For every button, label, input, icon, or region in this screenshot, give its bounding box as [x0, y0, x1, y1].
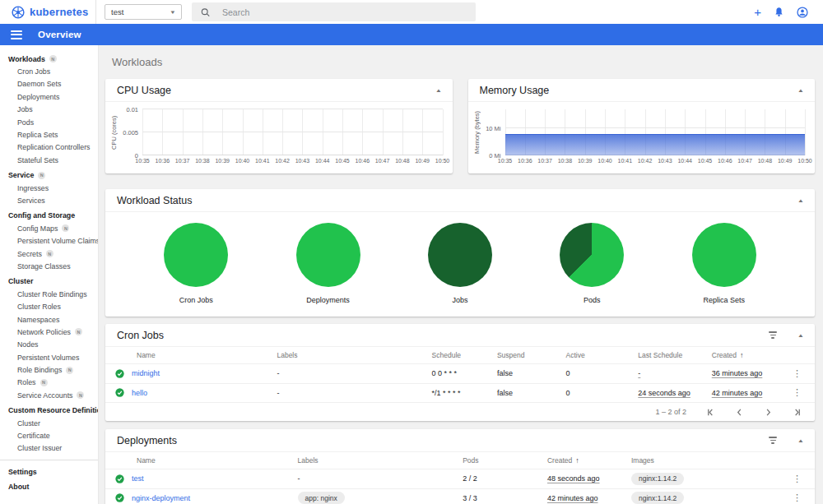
sidebar-item-persistent-volumes[interactable]: Persistent Volumes [0, 351, 98, 363]
table-cell[interactable]: 42 minutes ago [712, 389, 791, 397]
workload-status-replica-sets: Replica Sets [675, 223, 774, 304]
column-header-name[interactable]: Name [115, 351, 277, 359]
table-cell[interactable]: 24 seconds ago [638, 389, 711, 397]
collapse-icon[interactable]: ▲ [797, 333, 804, 338]
sort-ascending-icon: ↑ [740, 351, 744, 359]
namespaced-badge: N [46, 250, 53, 257]
sidebar-item-nodes[interactable]: Nodes [0, 339, 98, 351]
sidebar-item-ingresses[interactable]: Ingresses [0, 182, 98, 194]
collapse-icon[interactable]: ▲ [797, 88, 804, 93]
column-header-labels[interactable]: Labels [298, 456, 463, 465]
column-header-images[interactable]: Images [631, 456, 776, 465]
sidebar-item-daemon-sets[interactable]: Daemon Sets [0, 78, 98, 90]
sidebar-item-cluster-role-bindings[interactable]: Cluster Role Bindings [0, 288, 98, 300]
resource-link[interactable]: hello [132, 389, 147, 397]
namespace-selector[interactable]: test ▼ [105, 4, 182, 20]
sidebar-item-service[interactable]: ServiceN [0, 169, 98, 182]
column-header-pods[interactable]: Pods [463, 456, 547, 465]
pie-chart[interactable] [164, 223, 228, 287]
resource-link[interactable]: midnight [132, 369, 160, 377]
column-header-created[interactable]: Created↑ [547, 456, 631, 465]
sidebar-item-storage-classes[interactable]: Storage Classes [0, 260, 98, 272]
column-header-last-schedule[interactable]: Last Schedule [638, 351, 711, 359]
create-resource-button[interactable]: + [754, 6, 761, 18]
sidebar-item-namespaces[interactable]: Namespaces [0, 313, 98, 326]
sidebar-item-label: Workloads [8, 55, 45, 63]
gridline [282, 109, 283, 155]
sidebar-item-certificate[interactable]: Certificate [0, 429, 98, 442]
sidebar-item-secrets[interactable]: SecretsN [0, 247, 98, 260]
column-header-name[interactable]: Name [115, 456, 298, 465]
table-cell[interactable]: 48 seconds ago [547, 474, 631, 483]
pie-chart[interactable] [428, 223, 492, 287]
column-header-suspend[interactable]: Suspend [497, 351, 566, 359]
last-page-icon[interactable] [793, 408, 802, 417]
row-menu-icon[interactable]: ⋮ [791, 492, 803, 503]
sidebar-item-workloads[interactable]: WorkloadsN [0, 53, 98, 65]
kubernetes-logo[interactable]: kubernetes [12, 6, 95, 19]
resource-link[interactable]: test [132, 474, 144, 483]
search-bar[interactable] [192, 2, 476, 21]
sidebar-divider [0, 460, 98, 460]
table-header-row: NameLabelsPodsCreated↑Images [105, 452, 815, 469]
deployments-title: Deployments [117, 435, 769, 446]
sidebar-item-cluster[interactable]: Cluster [0, 275, 98, 288]
search-icon [201, 7, 210, 17]
table-cell[interactable]: - [638, 369, 711, 377]
column-header-labels[interactable]: Labels [277, 351, 431, 359]
sidebar-item-services[interactable]: Services [0, 194, 98, 206]
row-menu-icon[interactable]: ⋮ [791, 474, 803, 484]
collapse-icon[interactable]: ▲ [435, 88, 441, 93]
pie-chart[interactable] [692, 223, 756, 287]
sidebar-item-persistent-volume-claims[interactable]: Persistent Volume ClaimsN [0, 234, 98, 247]
sidebar-item-replica-sets[interactable]: Replica Sets [0, 128, 98, 141]
column-header-active[interactable]: Active [566, 351, 639, 359]
sidebar-item-settings[interactable]: Settings [0, 465, 98, 478]
sidebar-item-about[interactable]: About [0, 481, 98, 493]
sidebar-item-network-policies[interactable]: Network PoliciesN [0, 326, 98, 338]
sidebar-item-service-accounts[interactable]: Service AccountsN [0, 389, 98, 401]
collapse-icon[interactable]: ▲ [797, 438, 804, 443]
sidebar-item-stateful-sets[interactable]: Stateful Sets [0, 154, 98, 166]
sidebar-item-custom-resource-definitions[interactable]: Custom Resource Definitions [0, 405, 98, 417]
row-menu-icon[interactable]: ⋮ [791, 368, 803, 379]
sidebar-item-cron-jobs[interactable]: Cron Jobs [0, 65, 98, 77]
column-header-schedule[interactable]: Schedule [432, 351, 497, 359]
sidebar-item-config-maps[interactable]: Config MapsN [0, 222, 98, 234]
filter-icon[interactable] [769, 437, 777, 444]
sidebar-item-roles[interactable]: RolesN [0, 377, 98, 389]
gridline [222, 109, 223, 155]
table-cell[interactable]: 36 minutes ago [712, 369, 791, 377]
table-cell[interactable]: 42 minutes ago [547, 494, 631, 502]
table-cell: 2 / 2 [463, 474, 547, 483]
user-account-icon[interactable] [797, 7, 808, 18]
sidebar-item-pods[interactable]: Pods [0, 116, 98, 128]
namespaced-badge: N [49, 55, 57, 62]
search-input[interactable] [222, 7, 467, 17]
first-page-icon[interactable] [706, 408, 715, 417]
sidebar-item-cluster-issuer[interactable]: Cluster Issuer [0, 442, 98, 455]
sidebar-item-label: Service Accounts [17, 391, 72, 400]
sidebar-item-config-and-storage[interactable]: Config and Storage [0, 210, 98, 222]
sidebar-item-cluster-roles[interactable]: Cluster Roles [0, 300, 98, 312]
next-page-icon[interactable] [764, 408, 773, 417]
sidebar-item-jobs[interactable]: Jobs [0, 104, 98, 116]
sidebar-item-role-bindings[interactable]: Role BindingsN [0, 363, 98, 376]
sidebar-item-deployments[interactable]: Deployments [0, 90, 98, 103]
column-header-created[interactable]: Created↑ [712, 351, 791, 359]
filter-icon[interactable] [769, 331, 777, 339]
prev-page-icon[interactable] [735, 408, 744, 417]
sidebar-item-label: Nodes [17, 340, 38, 349]
notifications-bell-icon[interactable] [774, 7, 784, 17]
sidebar-item-cluster[interactable]: Cluster [0, 417, 98, 429]
menu-icon[interactable] [11, 30, 22, 39]
pie-chart[interactable] [296, 223, 360, 287]
resource-link[interactable]: nginx-deployment [132, 494, 190, 502]
x-tick-label: 10:48 [395, 158, 410, 164]
collapse-icon[interactable]: ▲ [797, 198, 804, 203]
sidebar-item-label: Replication Controllers [17, 143, 91, 151]
sidebar-item-label: Secrets [17, 250, 42, 258]
sidebar-item-replication-controllers[interactable]: Replication Controllers [0, 141, 98, 154]
pie-chart[interactable] [560, 223, 624, 287]
row-menu-icon[interactable]: ⋮ [791, 387, 803, 398]
